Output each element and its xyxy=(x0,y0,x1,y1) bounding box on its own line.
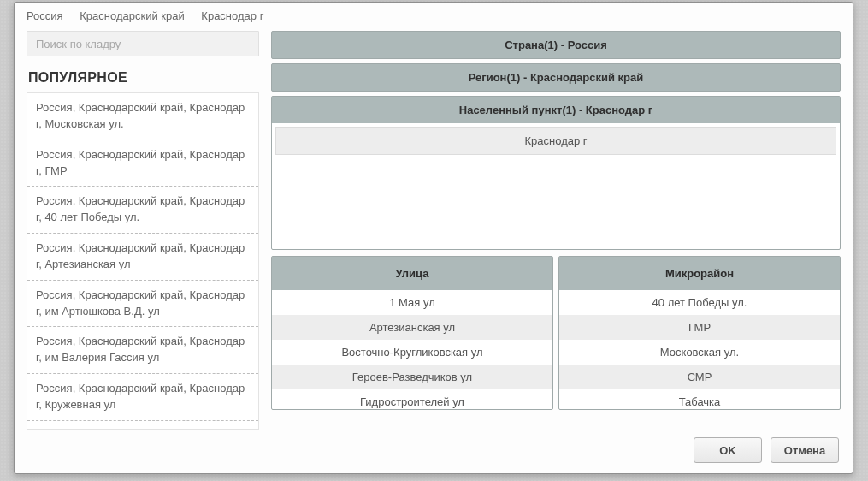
district-item[interactable]: Московская ул. xyxy=(559,340,840,365)
ok-button[interactable]: OK xyxy=(694,437,762,463)
breadcrumb-region[interactable]: Краснодарский край xyxy=(80,9,184,22)
popular-item[interactable]: Россия, Краснодарский край, Краснодар г,… xyxy=(27,140,258,187)
street-item[interactable]: 1 Мая ул xyxy=(272,290,552,315)
level-country[interactable]: Страна(1) - Россия xyxy=(271,31,841,59)
district-item[interactable]: ГМР xyxy=(559,315,840,340)
district-panel: Микрорайон 40 лет Победы ул. ГМР Московс… xyxy=(558,256,841,410)
popular-item[interactable]: Россия, Краснодарский край, Краснодар г,… xyxy=(27,327,258,374)
locality-header[interactable]: Населенный пункт(1) - Краснодар г xyxy=(272,97,840,123)
street-item[interactable]: Гидростроителей ул xyxy=(272,389,552,409)
level-region[interactable]: Регион(1) - Краснодарский край xyxy=(271,63,841,92)
locality-panel: Населенный пункт(1) - Краснодар г Красно… xyxy=(271,96,841,250)
street-header: Улица xyxy=(272,257,552,290)
popular-title: ПОПУЛЯРНОЕ xyxy=(28,70,259,86)
dialog-footer: OK Отмена xyxy=(694,437,839,463)
district-item[interactable]: 40 лет Победы ул. xyxy=(559,290,840,315)
popular-item[interactable]: Россия, Краснодарский край, Краснодар г,… xyxy=(27,374,258,421)
popular-item[interactable]: Россия, Краснодарский край, Краснодар г,… xyxy=(27,93,258,140)
kladr-dialog: Россия Краснодарский край Краснодар г ПО… xyxy=(14,2,853,474)
popular-item[interactable]: Россия, Краснодарский край, Краснодар г,… xyxy=(27,187,258,234)
cancel-button[interactable]: Отмена xyxy=(771,437,839,463)
district-item[interactable]: СМР xyxy=(559,365,840,389)
street-item[interactable]: Восточно-Кругликовская ул xyxy=(272,340,552,365)
district-header: Микрорайон xyxy=(559,257,840,290)
breadcrumb: Россия Краснодарский край Краснодар г xyxy=(15,3,853,27)
breadcrumb-city[interactable]: Краснодар г xyxy=(201,9,263,22)
street-list[interactable]: 1 Мая ул Артезианская ул Восточно-Кругли… xyxy=(272,290,552,409)
district-list[interactable]: 40 лет Победы ул. ГМР Московская ул. СМР… xyxy=(559,290,840,409)
popular-item[interactable]: Россия, Краснодарский край, Краснодар г,… xyxy=(27,421,258,430)
search-input[interactable] xyxy=(27,31,259,56)
popular-list[interactable]: Россия, Краснодарский край, Краснодар г,… xyxy=(27,92,259,430)
street-panel: Улица 1 Мая ул Артезианская ул Восточно-… xyxy=(271,256,553,410)
locality-item[interactable]: Краснодар г xyxy=(275,127,836,155)
street-item[interactable]: Артезианская ул xyxy=(272,315,552,340)
breadcrumb-country[interactable]: Россия xyxy=(27,9,63,22)
popular-item[interactable]: Россия, Краснодарский край, Краснодар г,… xyxy=(27,281,258,328)
district-item[interactable]: Табачка xyxy=(559,389,840,409)
street-item[interactable]: Героев-Разведчиков ул xyxy=(272,365,552,389)
popular-item[interactable]: Россия, Краснодарский край, Краснодар г,… xyxy=(27,234,258,281)
